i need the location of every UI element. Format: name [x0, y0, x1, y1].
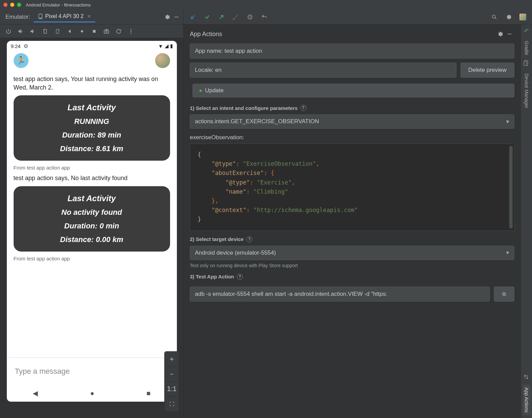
app-actions-tab[interactable]: App Actions	[522, 385, 531, 415]
profile-avatar[interactable]	[155, 53, 170, 68]
screenshot-icon[interactable]	[101, 26, 112, 37]
back-icon[interactable]	[64, 26, 76, 37]
gradle-icon	[523, 27, 530, 34]
rotate-right-icon[interactable]	[52, 26, 63, 37]
minimize-icon[interactable]	[172, 12, 181, 22]
emulator-panel: Emulator: Pixel 4 API 30 2 ✕	[0, 10, 184, 418]
device-icon	[38, 14, 43, 19]
clock-text: 9:24	[11, 43, 21, 49]
search-icon[interactable]	[488, 11, 500, 23]
volume-up-icon[interactable]	[15, 26, 27, 37]
history-icon[interactable]	[244, 11, 256, 23]
svg-rect-4	[44, 29, 47, 33]
app-name-field[interactable]: App name: test app action	[190, 44, 514, 59]
nav-overview-icon[interactable]: ■	[147, 389, 151, 397]
close-tab-icon[interactable]: ✕	[87, 14, 91, 19]
window-close-button[interactable]	[3, 3, 7, 7]
phone-screen[interactable]: 9:24 ⚙ ▼ ◢ ▮ 🏃 test app action says, You…	[7, 41, 177, 402]
adb-command-value: adb -s emulator-5554 shell am start -a a…	[195, 291, 387, 298]
intent-dropdown[interactable]: actions.intent.GET_EXERCISE_OBSERVATION …	[190, 114, 514, 129]
message-input[interactable]: Type a message	[15, 367, 70, 376]
settings-icon[interactable]	[503, 11, 514, 23]
undo-icon[interactable]	[259, 11, 270, 23]
card-duration: Duration: 0 min	[24, 222, 160, 230]
check-icon: ●	[199, 87, 202, 94]
step-out-icon[interactable]	[216, 11, 227, 23]
svg-rect-20	[524, 62, 527, 66]
svg-point-12	[131, 32, 132, 33]
step1-label: 1) Select an intent and configure parame…	[190, 105, 298, 111]
more-icon[interactable]	[125, 26, 137, 37]
emulator-tab[interactable]: Pixel 4 API 30 2 ✕	[34, 11, 95, 22]
help-icon[interactable]: ?	[246, 236, 252, 242]
attach-debugger-icon[interactable]	[230, 11, 242, 23]
window-maximize-button[interactable]	[17, 3, 21, 7]
svg-point-24	[525, 377, 526, 379]
overview-square-icon[interactable]	[88, 26, 100, 37]
activity-card[interactable]: Last Activity RUNNING Duration: 89 min D…	[14, 95, 170, 161]
device-manager-tab[interactable]: Device Manager	[522, 71, 531, 111]
svg-point-11	[131, 31, 132, 32]
zoom-out-button[interactable]: －	[165, 367, 179, 382]
nav-home-icon[interactable]: ●	[90, 389, 94, 397]
home-dot-icon[interactable]	[76, 26, 88, 37]
delete-preview-button[interactable]: Delete preview	[461, 63, 514, 78]
emulator-toolbar	[0, 25, 183, 38]
activity-card[interactable]: Last Activity No activity found Duration…	[14, 186, 170, 252]
device-hint-text: Test only on running device with Play St…	[190, 263, 514, 268]
assistant-message: test app action says, Your last running …	[14, 75, 170, 92]
power-icon[interactable]	[3, 26, 14, 37]
volume-down-icon[interactable]	[27, 26, 39, 37]
card-heading: Last Activity	[24, 194, 160, 203]
wifi-icon: ▼	[158, 43, 163, 49]
svg-point-10	[131, 29, 132, 30]
panel-gear-icon[interactable]	[495, 29, 505, 39]
signal-icon: ◢	[165, 43, 169, 49]
card-heading: Last Activity	[24, 103, 160, 112]
zoom-in-button[interactable]: ＋	[165, 352, 179, 367]
emulator-label: Emulator:	[2, 14, 34, 20]
json-parameter-editor[interactable]: { "@type": "ExerciseObservation", "about…	[190, 144, 514, 231]
profile-picture-icon[interactable]	[517, 11, 529, 23]
window-title: Android Emulator - fitnessactions	[26, 2, 91, 7]
svg-point-22	[527, 375, 528, 377]
battery-icon: ▮	[170, 43, 173, 49]
ide-toolbar	[184, 10, 532, 25]
locale-value: Locale: en	[195, 67, 221, 74]
target-device-dropdown[interactable]: Android device (emulator-5554) ▾	[190, 246, 514, 260]
gradle-tab[interactable]: Gradle	[522, 38, 531, 58]
panel-title: App Actions	[190, 31, 222, 38]
apply-changes-icon[interactable]	[201, 11, 213, 23]
svg-point-23	[527, 377, 528, 379]
running-app-icon: 🏃	[14, 53, 29, 68]
svg-point-21	[524, 375, 526, 377]
card-activity-type: No activity found	[24, 208, 160, 217]
delete-preview-label: Delete preview	[468, 67, 506, 74]
gear-icon[interactable]	[162, 12, 172, 22]
rotate-left-icon[interactable]	[39, 26, 51, 37]
step-into-icon[interactable]	[187, 11, 199, 23]
locale-field[interactable]: Locale: en	[190, 63, 456, 78]
svg-rect-5	[56, 29, 59, 33]
app-name-value: App name: test app action	[195, 48, 262, 54]
panel-minimize-icon[interactable]	[505, 29, 514, 39]
update-button[interactable]: ●Update	[193, 84, 514, 97]
svg-rect-17	[503, 293, 506, 295]
zoom-fit-button[interactable]: 1:1	[165, 382, 179, 397]
nav-back-icon[interactable]: ◀	[33, 389, 38, 397]
adb-command-field[interactable]: adb -s emulator-5554 shell am start -a a…	[190, 287, 490, 302]
copy-button[interactable]	[494, 287, 514, 302]
device-selected-value: Android device (emulator-5554)	[195, 250, 276, 256]
record-refresh-icon[interactable]	[113, 26, 124, 37]
card-source-label: From test app action app	[14, 165, 170, 171]
help-icon[interactable]: ?	[300, 105, 306, 111]
intent-selected-value: actions.intent.GET_EXERCISE_OBSERVATION	[195, 118, 319, 125]
app-actions-panel: App Actions App name: test app action Lo…	[184, 25, 520, 418]
emulator-tab-label: Pixel 4 API 30 2	[45, 13, 84, 19]
zoom-full-button[interactable]: ⛶	[165, 397, 179, 412]
chevron-down-icon: ▾	[506, 249, 509, 256]
scrollbar[interactable]	[509, 146, 513, 228]
window-minimize-button[interactable]	[10, 3, 14, 7]
help-icon[interactable]: ?	[237, 274, 243, 280]
chevron-down-icon: ▾	[506, 118, 509, 125]
